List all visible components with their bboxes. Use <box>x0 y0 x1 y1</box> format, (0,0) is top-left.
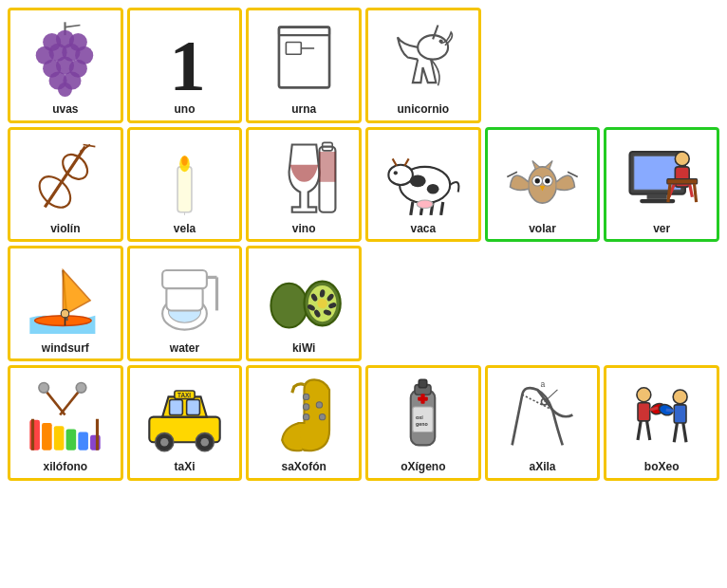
card-uno: 1 uno <box>127 8 243 123</box>
card-image-taxi: TAXI <box>132 372 238 458</box>
svg-point-45 <box>529 167 557 203</box>
card-ver: ver <box>604 127 719 243</box>
svg-line-124 <box>646 421 649 440</box>
svg-point-43 <box>394 171 398 175</box>
svg-rect-68 <box>162 270 207 288</box>
card-label-water: water <box>170 341 199 355</box>
card-label-taxi: taXi <box>174 460 195 473</box>
card-image-uno: 1 <box>132 14 238 101</box>
svg-point-106 <box>316 402 322 408</box>
svg-rect-52 <box>646 193 666 198</box>
card-image-volar <box>490 134 596 220</box>
svg-line-129 <box>674 423 677 442</box>
card-axila: a aXila <box>485 365 601 481</box>
card-kiwi: kiWi <box>246 246 362 361</box>
svg-rect-120 <box>638 403 650 421</box>
svg-rect-126 <box>674 405 686 423</box>
svg-line-60 <box>694 184 696 202</box>
svg-rect-110 <box>419 379 428 388</box>
card-label-uno: uno <box>174 102 195 116</box>
svg-rect-32 <box>319 152 335 182</box>
card-xilofono: xilófono <box>8 365 123 481</box>
svg-rect-85 <box>66 430 77 450</box>
svg-point-54 <box>675 152 689 166</box>
card-image-vaca <box>370 134 476 220</box>
card-vaca: vaca <box>365 127 481 243</box>
card-image-unicornio <box>370 14 476 101</box>
svg-line-117 <box>545 390 558 402</box>
svg-text:1: 1 <box>170 26 206 99</box>
svg-point-105 <box>303 414 308 420</box>
svg-point-71 <box>270 284 307 328</box>
card-image-uvas <box>12 14 119 101</box>
svg-line-41 <box>393 158 397 165</box>
card-boxeo: boXeo <box>604 365 719 481</box>
svg-line-130 <box>682 423 685 442</box>
card-image-windsurf <box>12 252 119 339</box>
svg-point-100 <box>200 438 209 447</box>
card-label-urna: urna <box>291 102 316 116</box>
card-oxigeno: oxí geno oXígeno <box>365 365 481 481</box>
svg-line-123 <box>638 421 641 440</box>
svg-line-40 <box>441 202 443 215</box>
card-vela: vela <box>127 127 243 243</box>
svg-point-21 <box>439 40 443 44</box>
svg-point-28 <box>181 156 187 166</box>
svg-point-14 <box>58 83 72 97</box>
svg-point-36 <box>427 184 439 194</box>
card-label-vino: vino <box>292 222 316 235</box>
svg-point-35 <box>410 175 426 187</box>
svg-text:a: a <box>540 379 545 389</box>
card-label-uvas: uvas <box>52 102 78 116</box>
svg-line-1 <box>65 26 81 28</box>
svg-line-128 <box>665 410 674 411</box>
svg-rect-95 <box>170 400 183 415</box>
card-label-axila: aXila <box>529 460 555 473</box>
card-label-saxofon: saXofón <box>281 460 326 473</box>
card-image-boxeo <box>608 372 715 458</box>
card-label-xilofono: xilófono <box>43 460 87 473</box>
svg-rect-83 <box>42 423 52 450</box>
card-taxi: TAXI taXi <box>127 365 243 481</box>
card-label-windsurf: windsurf <box>42 341 89 355</box>
card-image-ver <box>608 134 715 220</box>
svg-line-92 <box>61 390 81 415</box>
svg-point-48 <box>535 178 540 183</box>
card-windsurf: windsurf <box>8 246 123 361</box>
svg-line-37 <box>411 202 413 215</box>
card-violin: violín <box>8 127 123 243</box>
svg-line-122 <box>649 408 658 410</box>
svg-text:oxí: oxí <box>416 414 423 420</box>
card-label-kiwi: kiWi <box>292 341 316 355</box>
card-label-vaca: vaca <box>410 222 436 235</box>
card-water: water <box>127 246 243 361</box>
svg-point-107 <box>319 414 325 420</box>
card-label-unicornio: unicornio <box>397 102 449 116</box>
svg-rect-84 <box>54 426 65 450</box>
svg-text:geno: geno <box>416 421 428 427</box>
svg-line-59 <box>668 184 670 202</box>
card-grid: uvas 1 uno urna unicornio violín <box>8 8 719 481</box>
card-unicornio: unicornio <box>365 8 481 123</box>
card-label-volar: volar <box>529 222 556 235</box>
svg-point-119 <box>637 388 651 402</box>
svg-point-74 <box>317 299 327 309</box>
card-saxofon: saXofón <box>246 365 362 481</box>
svg-point-63 <box>62 310 70 319</box>
card-label-boxeo: boXeo <box>644 460 680 473</box>
card-label-violin: violín <box>50 222 80 235</box>
svg-text:TAXI: TAXI <box>177 393 191 399</box>
card-label-vela: vela <box>174 222 196 235</box>
card-image-water <box>132 252 238 339</box>
card-label-oxigeno: oXígeno <box>401 460 445 473</box>
card-volar: volar <box>485 127 601 243</box>
svg-rect-18 <box>286 43 301 55</box>
svg-line-42 <box>405 158 409 165</box>
card-urna: urna <box>246 8 362 123</box>
card-image-oxigeno: oxí geno <box>370 372 476 458</box>
svg-point-34 <box>389 165 414 185</box>
card-vino: vino <box>246 127 362 243</box>
card-image-vino <box>251 134 357 220</box>
svg-rect-112 <box>421 394 425 404</box>
card-image-violin <box>12 134 119 220</box>
